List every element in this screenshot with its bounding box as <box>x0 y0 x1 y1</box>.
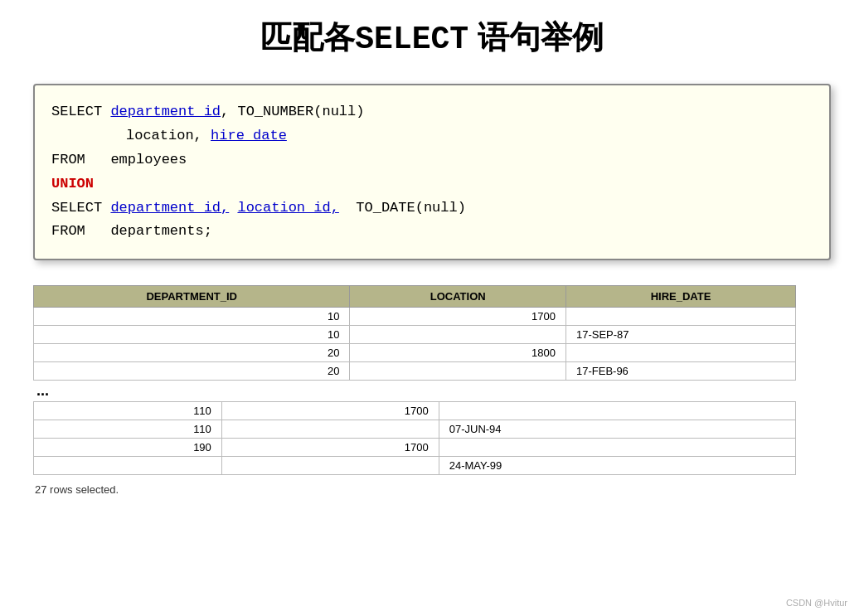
result-table: DEPARTMENT_ID LOCATION HIRE_DATE 1017001… <box>33 285 796 381</box>
indent-2 <box>51 124 126 148</box>
dept-id-1: department_id <box>110 100 221 124</box>
location-id-col: location_id, <box>237 196 338 221</box>
code-line-1: SELECT department_id, TO_NUMBER(null) <box>51 100 813 124</box>
table-cell <box>439 402 795 420</box>
table-cell: 17-FEB-96 <box>565 362 795 381</box>
table-row: 1017-SEP-87 <box>34 326 796 344</box>
table-row: 1101700 <box>34 402 796 420</box>
table-cell <box>350 362 566 381</box>
table-row: 1901700 <box>34 439 796 457</box>
table-cell: 20 <box>34 362 350 381</box>
table-cell <box>439 439 795 457</box>
page-title: 匹配各SELECT 语句举例 <box>33 17 831 59</box>
result-table-wrapper: DEPARTMENT_ID LOCATION HIRE_DATE 1017001… <box>33 285 831 475</box>
table-header-row: DEPARTMENT_ID LOCATION HIRE_DATE <box>34 286 796 308</box>
table-cell <box>565 308 795 326</box>
hire-date-col: hire_date <box>211 124 287 148</box>
table-cell: 10 <box>34 326 350 344</box>
dept-id-2: department_id, <box>110 196 229 221</box>
code-line-3: FROM employees <box>51 148 813 172</box>
title-suffix: 语句举例 <box>468 20 604 55</box>
col-dept-id: DEPARTMENT_ID <box>34 286 350 308</box>
table-cell: 24-MAY-99 <box>439 457 795 475</box>
table-cell: 110 <box>34 402 222 420</box>
table-cell: 17-SEP-87 <box>565 326 795 344</box>
from-kw-1: FROM <box>51 148 85 172</box>
table-cell <box>221 457 439 475</box>
union-kw: UNION <box>51 172 94 196</box>
rows-selected: 27 rows selected. <box>35 483 831 496</box>
code-block: SELECT department_id, TO_NUMBER(null) lo… <box>33 84 831 260</box>
table-cell <box>350 326 566 344</box>
table-cell: 1700 <box>221 439 439 457</box>
select-kw-1: SELECT <box>51 100 102 124</box>
col-hire-date: HIRE_DATE <box>565 286 795 308</box>
employees-val: employees <box>110 148 187 172</box>
table-cell <box>565 344 795 362</box>
table-cell: 20 <box>34 344 350 362</box>
code-line-6: FROM departments; <box>51 220 813 244</box>
table-row: 201800 <box>34 344 796 362</box>
to-number: TO_NUMBER(null) <box>237 100 364 124</box>
table-cell: 10 <box>34 308 350 326</box>
ellipsis: ... <box>33 381 831 401</box>
table-row: 101700 <box>34 308 796 326</box>
title-prefix: 匹配各 <box>260 20 355 55</box>
code-line-5: SELECT department_id, location_id, TO_DA… <box>51 196 813 221</box>
to-date: TO_DATE(null) <box>356 196 466 221</box>
table-cell: 07-JUN-94 <box>439 420 795 439</box>
code-line-2: location, hire_date <box>51 124 813 148</box>
code-line-4: UNION <box>51 172 813 196</box>
result-table-2: 110170011007-JUN-94190170024-MAY-99 <box>33 401 796 475</box>
title-keyword: SELECT <box>355 22 468 57</box>
col-location: LOCATION <box>350 286 566 308</box>
table-cell: 190 <box>34 439 222 457</box>
table-row: 24-MAY-99 <box>34 457 796 475</box>
table-cell: 110 <box>34 420 222 439</box>
table-cell: 1700 <box>221 402 439 420</box>
table-cell: 1700 <box>350 308 566 326</box>
table-cell <box>221 420 439 439</box>
watermark: CSDN @Hvitur <box>786 598 847 608</box>
select-kw-2: SELECT <box>51 196 102 221</box>
table-row: 11007-JUN-94 <box>34 420 796 439</box>
table-cell <box>34 457 222 475</box>
departments-val: departments; <box>110 220 211 244</box>
from-kw-2: FROM <box>51 220 85 244</box>
table-row: 2017-FEB-96 <box>34 362 796 381</box>
location-col: location, <box>126 124 202 148</box>
table-cell: 1800 <box>350 344 566 362</box>
